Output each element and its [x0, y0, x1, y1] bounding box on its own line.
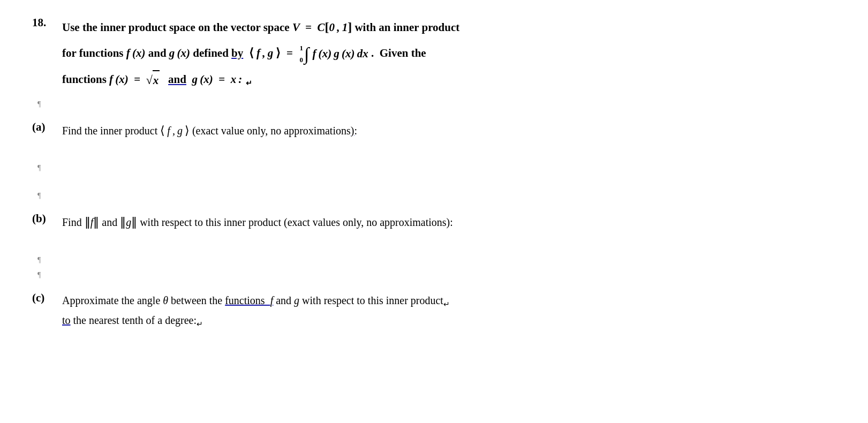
v-equals: V = C	[292, 21, 325, 34]
answer-space-a1	[32, 145, 835, 164]
part-a-label: (a)	[32, 120, 59, 134]
functions-f-underlined: functions f	[225, 294, 273, 306]
problem-container: 18. Use the inner product space on the v…	[32, 16, 835, 330]
part-a-angle-close: ⟩	[185, 124, 190, 137]
inner-prod-fg: f , g	[254, 47, 276, 59]
part-c-line2-text: the nearest tenth of a degree:	[71, 314, 197, 326]
bracket-right: ]	[348, 20, 352, 34]
part-c-approximate-text: Approximate the angle	[62, 294, 163, 306]
para-mark-3: ¶	[37, 192, 835, 200]
g-equals: =	[218, 73, 225, 86]
bracket-left: [	[325, 20, 329, 34]
norm-g-close: ‖	[131, 215, 137, 229]
part-c-and-g-text: and g with respect to this inner product	[273, 294, 443, 306]
integral-body: f (x) g (x) dx	[310, 44, 368, 64]
period-given: .	[371, 47, 380, 59]
sqrt-symbol: √	[146, 70, 153, 90]
part-a-angle-open: ⟨	[160, 124, 165, 137]
functions-text: functions	[62, 73, 109, 86]
sqrt-x-expression: √x	[146, 70, 160, 90]
integral-expression: 1 0 ∫ f (x) g (x) dx	[298, 42, 368, 66]
part-b-and-text: and	[99, 216, 120, 228]
norm-f-close: ‖	[93, 215, 99, 229]
part-c-content: Approximate the angle θ between the func…	[62, 291, 835, 331]
part-b-row: (b) Find ‖f‖ and ‖g‖ with respect to thi…	[32, 212, 835, 232]
problem-header: 18. Use the inner product space on the v…	[32, 16, 835, 90]
problem-line1: Use the inner product space on the vecto…	[62, 16, 459, 38]
interval: 0 , 1	[329, 21, 348, 34]
integral-symbol: ∫	[304, 45, 309, 63]
f-def-start: f (x)	[109, 73, 129, 86]
norm-g-letter: g	[126, 216, 131, 228]
problem-statement: Use the inner product space on the vecto…	[62, 16, 459, 90]
g-def: g (x)	[192, 73, 213, 86]
problem-number: 18.	[32, 16, 52, 29]
part-a-colon: :	[354, 125, 357, 137]
part-a-exact-text: (exact value only, no approximations	[190, 125, 351, 137]
line1-start-text: Use the inner product space on the vecto…	[62, 21, 292, 34]
edit-mark-3: ↵	[197, 320, 203, 328]
problem-line2: for functions f (x) and g (x) defined by…	[62, 42, 459, 66]
given-the-text: Given the	[380, 47, 426, 59]
by-underlined: by	[231, 47, 243, 59]
sqrt-content-x: x	[153, 70, 160, 90]
edit-mark-1: ↵	[246, 79, 252, 87]
part-b-content: Find ‖f‖ and ‖g‖ with respect to this in…	[62, 212, 835, 232]
part-a-row: (a) Find the inner product ⟨ f , g ⟩ (ex…	[32, 120, 835, 140]
para-mark-2: ¶	[37, 164, 835, 172]
angle-close: ⟩	[276, 46, 281, 59]
part-c-label: (c)	[32, 291, 59, 305]
equals-sign: =	[286, 47, 293, 59]
integral-lower: 0	[299, 54, 303, 66]
integral-limits: 1 0	[298, 42, 303, 66]
line1-end-text: with an inner product	[354, 21, 459, 34]
integral-upper: 1	[299, 42, 303, 54]
answer-space-a2	[32, 172, 835, 192]
norm-g-open: ‖	[120, 215, 126, 229]
problem-line3: functions f (x) = √x and g (x) = x : ↵	[62, 70, 459, 90]
para-mark-5: ¶	[37, 271, 835, 280]
edit-mark-2: ↵	[443, 300, 450, 308]
theta-symbol: θ	[163, 294, 168, 306]
f-equals: =	[134, 73, 140, 86]
g-value: x :	[231, 73, 243, 86]
part-c-row: (c) Approximate the angle θ between the …	[32, 291, 835, 331]
g-of-x: g (x)	[169, 47, 190, 59]
part-b-rest-text: with respect to this inner product (exac…	[137, 216, 453, 228]
and-underlined: and	[168, 73, 186, 86]
and1-text: and	[146, 47, 169, 59]
answer-space-b2	[32, 265, 835, 271]
para-mark-1: ¶	[37, 100, 835, 109]
f-of-x: f (x)	[126, 47, 146, 59]
part-a-fg: f , g	[165, 125, 185, 137]
part-c-between-text: between the	[168, 294, 225, 306]
part-a-content: Find the inner product ⟨ f , g ⟩ (exact …	[62, 120, 835, 140]
part-b-find-text: Find	[62, 216, 85, 228]
part-b-label: (b)	[32, 212, 59, 225]
angle-open: ⟨	[249, 46, 254, 59]
answer-space-b1	[32, 237, 835, 256]
line2-for-functions: for functions	[62, 47, 126, 59]
para-mark-4: ¶	[37, 256, 835, 265]
part-a-find-text: Find the inner product	[62, 125, 160, 137]
norm-f-open: ‖	[85, 215, 90, 229]
to-underlined: to	[62, 314, 71, 326]
defined-text: defined	[193, 47, 231, 59]
